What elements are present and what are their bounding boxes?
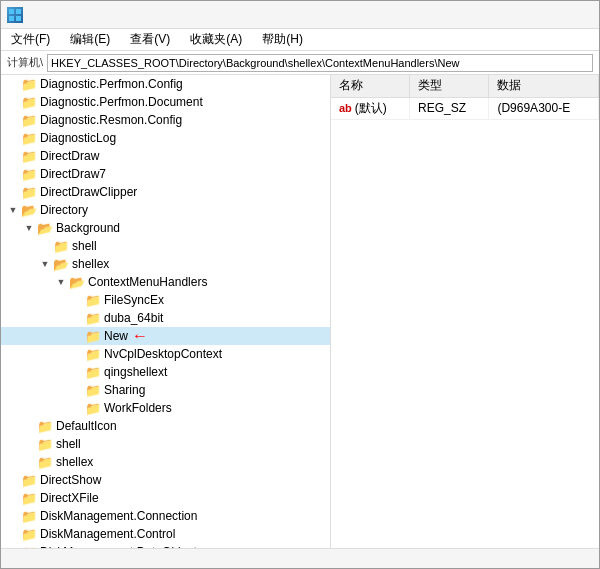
folder-closed-icon: 📁 <box>37 437 53 451</box>
tree-item[interactable]: 📁DirectXFile <box>1 489 330 507</box>
tree-item[interactable]: 📁DirectShow <box>1 471 330 489</box>
tree-item-label: WorkFolders <box>104 401 172 415</box>
folder-closed-icon: 📁 <box>85 311 101 325</box>
tree-item[interactable]: 📁FileSyncEx <box>1 291 330 309</box>
tree-item[interactable]: 📁DirectDrawClipper <box>1 183 330 201</box>
expand-placeholder <box>5 76 21 92</box>
tree-item-label: Sharing <box>104 383 145 397</box>
col-type: 类型 <box>410 75 489 97</box>
tree-pane[interactable]: 📁Diagnostic.Perfmon.Config 📁Diagnostic.P… <box>1 75 331 548</box>
expand-placeholder <box>5 166 21 182</box>
menu-item[interactable]: 帮助(H) <box>256 29 309 50</box>
folder-closed-icon: 📁 <box>21 113 37 127</box>
tree-item[interactable]: ▼📂Directory <box>1 201 330 219</box>
tree-item[interactable]: 📁duba_64bit <box>1 309 330 327</box>
tree-item[interactable]: 📁DirectDraw <box>1 147 330 165</box>
folder-closed-icon: 📁 <box>85 329 101 343</box>
tree-item[interactable]: 📁Sharing <box>1 381 330 399</box>
tree-item-label: shellex <box>56 455 93 469</box>
tree-item[interactable]: 📁shellex <box>1 453 330 471</box>
folder-closed-icon: 📁 <box>85 401 101 415</box>
tree-item-label: Background <box>56 221 120 235</box>
main-content: 📁Diagnostic.Perfmon.Config 📁Diagnostic.P… <box>1 75 599 548</box>
expand-placeholder <box>69 346 85 362</box>
tree-item[interactable]: 📁shell <box>1 237 330 255</box>
tree-item[interactable]: 📁New← <box>1 327 330 345</box>
folder-closed-icon: 📁 <box>85 293 101 307</box>
value-type: REG_SZ <box>410 97 489 119</box>
expand-btn[interactable]: ▼ <box>5 202 21 218</box>
title-bar <box>1 1 599 29</box>
folder-closed-icon: 📁 <box>21 509 37 523</box>
main-window: 文件(F)编辑(E)查看(V)收藏夹(A)帮助(H) 计算机\ 📁Diagnos… <box>0 0 600 569</box>
tree-item-label: DirectDrawClipper <box>40 185 137 199</box>
tree-item[interactable]: 📁DiskManagement.Connection <box>1 507 330 525</box>
value-row[interactable]: ab(默认)REG_SZ(D969A300-E <box>331 97 599 119</box>
statusbar <box>1 548 599 568</box>
tree-item-label: New <box>104 329 128 343</box>
menu-item[interactable]: 收藏夹(A) <box>184 29 248 50</box>
value-pane[interactable]: 名称 类型 数据 ab(默认)REG_SZ(D969A300-E <box>331 75 599 548</box>
expand-placeholder <box>69 328 85 344</box>
expand-placeholder <box>37 238 53 254</box>
expand-btn[interactable]: ▼ <box>37 256 53 272</box>
tree-item-label: DirectDraw <box>40 149 99 163</box>
expand-placeholder <box>5 94 21 110</box>
folder-closed-icon: 📁 <box>37 455 53 469</box>
minimize-button[interactable] <box>517 5 541 25</box>
address-bar: 计算机\ <box>1 51 599 75</box>
tree-item-label: Diagnostic.Resmon.Config <box>40 113 182 127</box>
tree-item[interactable]: 📁Diagnostic.Perfmon.Document <box>1 93 330 111</box>
close-button[interactable] <box>569 5 593 25</box>
expand-placeholder <box>5 490 21 506</box>
tree-item[interactable]: 📁Diagnostic.Perfmon.Config <box>1 75 330 93</box>
expand-placeholder <box>5 526 21 542</box>
tree-item[interactable]: 📁NvCplDesktopContext <box>1 345 330 363</box>
tree-item-label: DiskManagement.Control <box>40 527 175 541</box>
tree-item[interactable]: 📁DiagnosticLog <box>1 129 330 147</box>
tree-item[interactable]: 📁DefaultIcon <box>1 417 330 435</box>
tree-item-label: DirectShow <box>40 473 101 487</box>
address-label: 计算机\ <box>7 55 43 70</box>
tree-item[interactable]: 📁WorkFolders <box>1 399 330 417</box>
expand-placeholder <box>5 148 21 164</box>
svg-rect-0 <box>9 9 14 14</box>
tree-item-label: ContextMenuHandlers <box>88 275 207 289</box>
expand-placeholder <box>69 310 85 326</box>
menu-item[interactable]: 查看(V) <box>124 29 176 50</box>
value-data: (D969A300-E <box>489 97 599 119</box>
folder-closed-icon: 📁 <box>53 239 69 253</box>
expand-placeholder <box>5 112 21 128</box>
expand-placeholder <box>5 130 21 146</box>
tree-item[interactable]: 📁shell <box>1 435 330 453</box>
tree-item-label: Diagnostic.Perfmon.Document <box>40 95 203 109</box>
expand-placeholder <box>21 454 37 470</box>
value-table-header: 名称 类型 数据 <box>331 75 599 97</box>
highlight-arrow: ← <box>132 327 148 345</box>
expand-btn[interactable]: ▼ <box>53 274 69 290</box>
col-data: 数据 <box>489 75 599 97</box>
maximize-button[interactable] <box>543 5 567 25</box>
address-input[interactable] <box>47 54 593 72</box>
folder-closed-icon: 📁 <box>21 77 37 91</box>
tree-item[interactable]: 📁DirectDraw7 <box>1 165 330 183</box>
expand-placeholder <box>69 382 85 398</box>
folder-closed-icon: 📁 <box>21 167 37 181</box>
menu-item[interactable]: 文件(F) <box>5 29 56 50</box>
tree-item-label: FileSyncEx <box>104 293 164 307</box>
tree-item[interactable]: 📁DiskManagement.Control <box>1 525 330 543</box>
app-icon <box>7 7 23 23</box>
tree-item[interactable]: ▼📂shellex <box>1 255 330 273</box>
tree-item[interactable]: 📁qingshellext <box>1 363 330 381</box>
tree-item[interactable]: ▼📂Background <box>1 219 330 237</box>
folder-closed-icon: 📁 <box>85 365 101 379</box>
expand-btn[interactable]: ▼ <box>21 220 37 236</box>
folder-closed-icon: 📁 <box>21 545 37 548</box>
svg-rect-3 <box>16 16 21 21</box>
tree-item[interactable]: ▼📂ContextMenuHandlers <box>1 273 330 291</box>
folder-closed-icon: 📁 <box>21 131 37 145</box>
expand-placeholder <box>5 472 21 488</box>
tree-item-label: DiagnosticLog <box>40 131 116 145</box>
tree-item[interactable]: 📁Diagnostic.Resmon.Config <box>1 111 330 129</box>
menu-item[interactable]: 编辑(E) <box>64 29 116 50</box>
